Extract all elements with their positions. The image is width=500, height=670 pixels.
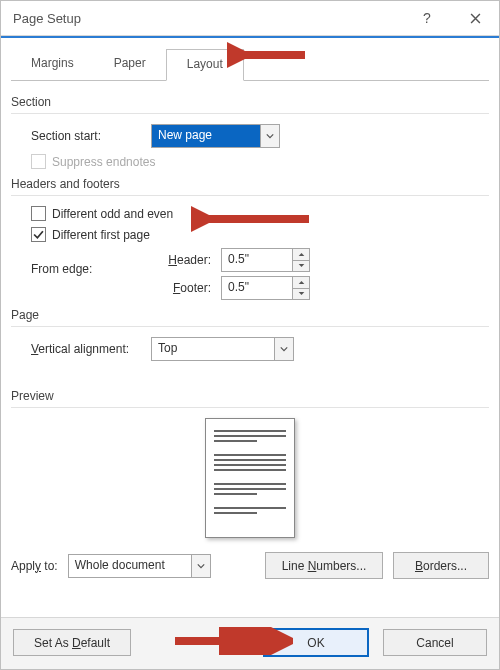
ok-button[interactable]: OK — [263, 628, 369, 657]
chevron-down-icon — [260, 125, 279, 147]
line-numbers-button[interactable]: Line Numbers... — [265, 552, 383, 579]
vertical-alignment-label: Vertical alignment: — [31, 342, 151, 356]
close-button[interactable] — [461, 13, 489, 24]
accent-bar — [1, 36, 499, 38]
close-icon — [470, 13, 481, 24]
chevron-down-icon — [274, 338, 293, 360]
divider — [11, 113, 489, 114]
cancel-button[interactable]: Cancel — [383, 629, 487, 656]
vertical-alignment-dropdown[interactable]: Top — [151, 337, 294, 361]
set-as-default-button[interactable]: Set As Default — [13, 629, 131, 656]
preview-area — [11, 418, 489, 538]
borders-button[interactable]: Borders... — [393, 552, 489, 579]
dialog-title: Page Setup — [13, 11, 81, 26]
help-button[interactable]: ? — [413, 10, 441, 26]
page-group-title: Page — [11, 308, 489, 322]
divider — [11, 326, 489, 327]
vertical-alignment-value: Top — [152, 338, 274, 360]
tab-margins-label: Margins — [31, 56, 74, 70]
preview-group-title: Preview — [11, 389, 489, 403]
different-first-page-label: Different first page — [52, 228, 150, 242]
check-icon — [33, 229, 44, 240]
spin-down-icon[interactable] — [293, 289, 309, 300]
footer-label: Footer: — [119, 281, 221, 295]
divider — [11, 195, 489, 196]
spin-up-icon[interactable] — [293, 249, 309, 261]
section-start-value: New page — [152, 125, 260, 147]
titlebar: Page Setup ? — [1, 1, 499, 36]
apply-to-label: Apply to: — [11, 559, 58, 573]
tab-paper-label: Paper — [114, 56, 146, 70]
section-start-label: Section start: — [31, 129, 151, 143]
footer-distance-spinner[interactable]: 0.5" — [221, 276, 310, 300]
section-start-row: Section start: New page — [31, 124, 489, 148]
tab-strip: Margins Paper Layout — [11, 48, 489, 81]
header-distance-spinner[interactable]: 0.5" — [221, 248, 310, 272]
suppress-endnotes-label: Suppress endnotes — [52, 155, 155, 169]
apply-to-dropdown[interactable]: Whole document — [68, 554, 211, 578]
different-first-page-checkbox[interactable]: Different first page — [31, 227, 150, 242]
section-start-dropdown[interactable]: New page — [151, 124, 280, 148]
headers-footers-group-title: Headers and footers — [11, 177, 489, 191]
tab-margins[interactable]: Margins — [11, 49, 94, 81]
dialog-footer: Set As Default OK Cancel — [1, 617, 499, 669]
suppress-endnotes-checkbox: Suppress endnotes — [31, 154, 155, 169]
footer-distance-value: 0.5" — [222, 277, 292, 299]
preview-page-icon — [205, 418, 295, 538]
tab-layout[interactable]: Layout — [166, 49, 244, 81]
section-group-title: Section — [11, 95, 489, 109]
tab-paper[interactable]: Paper — [94, 49, 166, 81]
different-odd-even-label: Different odd and even — [52, 207, 173, 221]
tab-layout-label: Layout — [187, 57, 223, 71]
header-distance-value: 0.5" — [222, 249, 292, 271]
different-odd-even-checkbox[interactable]: Different odd and even — [31, 206, 173, 221]
from-edge-label: From edge: — [31, 262, 119, 276]
apply-to-value: Whole document — [69, 555, 191, 577]
header-label: Header: — [119, 253, 221, 267]
chevron-down-icon — [191, 555, 210, 577]
spin-down-icon[interactable] — [293, 261, 309, 272]
divider — [11, 407, 489, 408]
spin-up-icon[interactable] — [293, 277, 309, 289]
